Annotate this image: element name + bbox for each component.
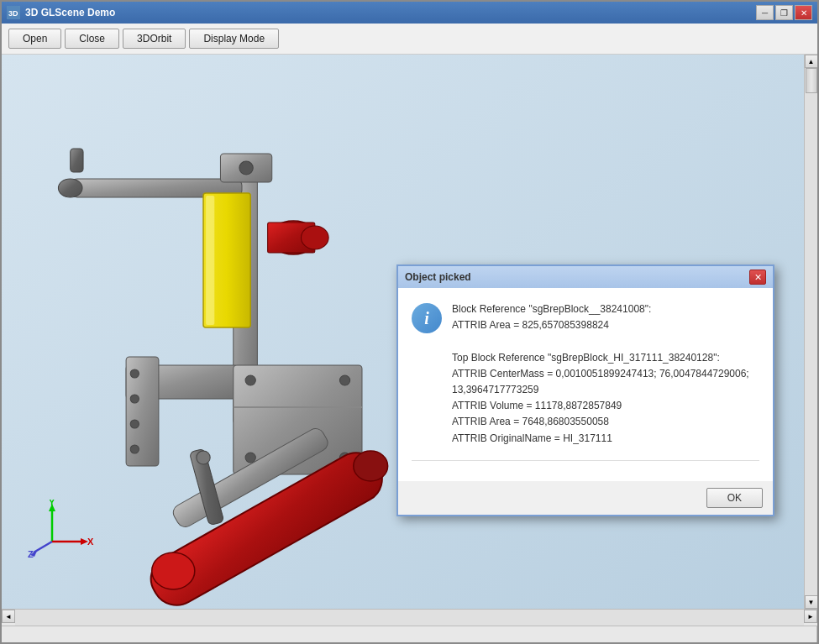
scrollbar-track[interactable] <box>805 68 817 595</box>
dialog-line-4: Top Block Reference "sgBrepBlock_HI_3171… <box>452 350 759 366</box>
status-panel <box>2 626 817 642</box>
dialog-line-5: ATTRIB CenterMass = 0,0010051899247413; … <box>452 366 759 382</box>
bottom-area: ◄ ► <box>2 609 817 626</box>
status-bar <box>2 626 817 642</box>
dialog-text-area: Block Reference "sgBrepBlock__38241008":… <box>452 301 759 447</box>
window-close-button[interactable]: ✕ <box>795 5 812 20</box>
svg-point-9 <box>239 161 253 175</box>
dialog-close-button[interactable]: ✕ <box>749 270 766 285</box>
svg-point-21 <box>339 375 349 385</box>
svg-point-18 <box>130 445 139 453</box>
svg-point-20 <box>245 375 255 385</box>
scrollbar-thumb[interactable] <box>806 68 817 93</box>
svg-rect-32 <box>71 149 83 172</box>
main-area: X Y Z Object picked ✕ i Block Reference … <box>2 55 817 609</box>
close-button[interactable]: Close <box>65 29 119 49</box>
window-controls: ─ ❐ ✕ <box>756 5 812 20</box>
svg-point-15 <box>130 369 139 378</box>
svg-point-12 <box>301 226 328 249</box>
ok-button[interactable]: OK <box>706 488 763 508</box>
title-bar: 3D 3D GLScene Demo ─ ❐ ✕ <box>2 2 817 24</box>
svg-point-31 <box>197 451 210 464</box>
svg-rect-7 <box>206 196 214 325</box>
scroll-up-arrow[interactable]: ▲ <box>805 55 818 68</box>
window-title: 3D GLScene Demo <box>25 7 751 18</box>
svg-text:Y: Y <box>49 500 55 507</box>
svg-point-28 <box>354 451 388 481</box>
vertical-scrollbar[interactable]: ▲ ▼ <box>804 55 817 609</box>
svg-point-22 <box>245 453 255 463</box>
dialog-body: i Block Reference "sgBrepBlock__38241008… <box>398 288 773 481</box>
dialog-line-1: Block Reference "sgBrepBlock__38241008": <box>452 301 759 317</box>
axes-indicator: X Y Z <box>27 500 94 558</box>
object-picked-dialog: Object picked ✕ i Block Reference "sgBre… <box>396 264 774 516</box>
dialog-line-9: ATTRIB OriginalName = HI_317111 <box>452 431 759 447</box>
3d-viewport[interactable]: X Y Z Object picked ✕ i Block Reference … <box>2 55 804 609</box>
main-window: 3D 3D GLScene Demo ─ ❐ ✕ Open Close 3DOr… <box>0 0 819 644</box>
scroll-down-arrow[interactable]: ▼ <box>805 595 818 609</box>
svg-point-27 <box>152 552 195 589</box>
dialog-line-8: ATTRIB Area = 7648,86803550058 <box>452 414 759 430</box>
info-icon: i <box>412 303 442 333</box>
dialog-separator <box>412 460 759 461</box>
toolbar: Open Close 3DOrbit Display Mode <box>2 24 817 55</box>
scroll-left-arrow[interactable]: ◄ <box>2 610 15 623</box>
dialog-footer: OK <box>398 481 773 515</box>
svg-text:X: X <box>87 537 94 547</box>
app-icon: 3D <box>7 6 20 19</box>
scroll-right-arrow[interactable]: ► <box>804 610 817 623</box>
dialog-titlebar: Object picked ✕ <box>398 266 773 288</box>
dialog-line-7: ATTRIB Volume = 11178,8872857849 <box>452 398 759 414</box>
dialog-title: Object picked <box>405 271 471 283</box>
display-mode-button[interactable]: Display Mode <box>189 29 279 49</box>
dialog-line-2: ATTRIB Area = 825,657085398824 <box>452 317 759 333</box>
svg-point-16 <box>130 395 139 403</box>
svg-text:Z: Z <box>28 549 34 558</box>
svg-point-17 <box>130 420 139 428</box>
dialog-line-6: 13,3964717773259 <box>452 382 759 398</box>
horizontal-scrollbar-track[interactable] <box>15 610 804 626</box>
minimize-button[interactable]: ─ <box>756 5 774 20</box>
dialog-content-area: i Block Reference "sgBrepBlock__38241008… <box>412 301 759 447</box>
restore-button[interactable]: ❐ <box>775 5 793 20</box>
open-button[interactable]: Open <box>8 29 61 49</box>
3dorbit-button[interactable]: 3DOrbit <box>123 29 186 49</box>
svg-text:3D: 3D <box>8 9 18 18</box>
svg-point-5 <box>58 179 82 197</box>
